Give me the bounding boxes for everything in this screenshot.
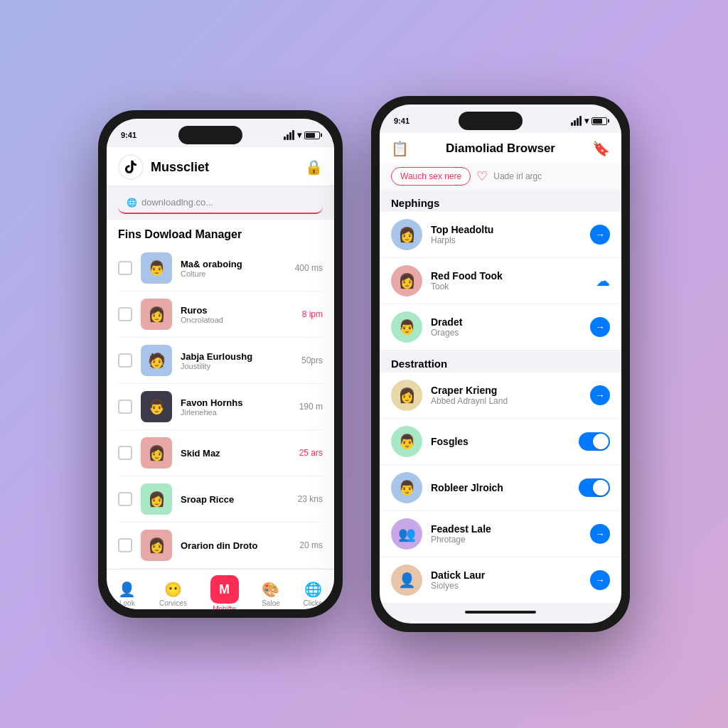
arrow-button-5[interactable]: → [590,524,610,544]
arrow-button-4[interactable]: → [590,385,610,405]
tab-mobile-label: Mobifte [213,605,236,609]
right-status-icons: ▾ [571,116,607,126]
toggle-robleer[interactable] [579,478,610,497]
item-size-7: 20 ms [299,540,323,550]
item-info-7: Orarion din Droto [181,540,291,551]
right-search-pill[interactable]: Wauch sex nere [391,167,471,186]
item-name-6: Sroap Ricce [181,494,289,505]
list-item: 👨 Dradet Orages → [380,304,621,350]
arrow-button-3[interactable]: → [590,317,610,337]
item-size-3: 50prs [301,355,323,365]
right-dynamic-island [459,112,523,130]
left-app-title: Musscliet [151,160,305,175]
item-sub-2: Oncrolatoad [181,316,294,324]
list-item: 👨 Robleer Jlroich [380,465,621,511]
tiktok-logo [118,154,144,180]
checkbox-7[interactable] [118,538,132,552]
neph-info-3: Dradet Orages [431,316,582,338]
table-row: 👩 Skid Maz 25 ars [118,430,323,476]
item-info-4: Favon Hornhs Jirlenehea [181,397,291,417]
neph-avatar-1: 👩 [391,219,422,250]
dest-avatar-1: 👩 [391,380,422,411]
nephings-list: 👩 Top Headoltu Harpls → 👩 Red Food Took … [380,212,621,350]
table-row: 👩 Sroap Ricce 23 kns [118,476,323,523]
item-size-1: 400 ms [295,263,323,273]
item-name-7: Orarion din Droto [181,540,291,551]
neph-sub-3: Orages [431,328,582,338]
globe-icon: 🌐 [127,198,137,208]
item-name-1: Ma& oraboing [181,259,287,269]
tab-corvices[interactable]: 😶 Corvices [159,581,187,607]
item-name-2: Ruros [181,305,294,316]
list-item: 👩 Top Headoltu Harpls → [380,212,621,258]
tab-saloe[interactable]: 🎨 Saloe [262,581,280,607]
tab-corvices-label: Corvices [159,599,187,607]
table-row: 👨 Ma& oraboing Colture 400 ms [118,245,323,291]
table-row: 👩 Orarion din Droto 20 ms [118,523,323,569]
checkbox-3[interactable] [118,353,132,368]
checkbox-6[interactable] [118,492,132,506]
battery-icon [304,132,320,139]
avatar-2: 👩 [141,299,172,330]
dest-avatar-2: 👨 [391,426,422,457]
right-header-title: Diamoliad Browser [446,141,555,156]
left-section-title: Fins Dowload Manager [107,220,334,245]
home-indicator [465,611,536,614]
tab-look[interactable]: 👤 Look [118,581,136,607]
left-status-bar: 9:41 ▾ [107,119,334,147]
destination-list: 👩 Craper Krieng Abbed Adraynl Land → 👨 F… [380,373,621,604]
item-size-2: 8 ipm [302,309,323,319]
dest-name-5: Datick Laur [431,569,582,581]
dest-info-3: Robleer Jlroich [431,482,570,493]
right-header-left-icon: 📋 [391,140,409,157]
item-name-3: Jabja Eurloushg [181,351,293,362]
avatar-6: 👩 [141,483,172,515]
tab-mobile[interactable]: M Mobifte [210,575,239,609]
wifi-icon: ▾ [297,130,301,140]
item-info-2: Ruros Oncrolatoad [181,305,294,324]
item-info-5: Skid Maz [181,448,291,459]
battery-icon-right [592,117,607,125]
dest-avatar-4: 👥 [391,518,422,550]
heart-icon: ♡ [476,168,488,184]
checkbox-2[interactable] [118,307,132,321]
list-item: 👩 Craper Krieng Abbed Adraynl Land → [380,373,621,419]
right-app-header: 📋 Diamoliad Browser 🔖 [380,133,621,163]
toggle-fosgles[interactable] [579,432,610,451]
avatar-4: 👨 [141,391,172,422]
neph-avatar-2: 👩 [391,265,422,296]
bottom-tab-bar: 👤 Look 😶 Corvices M Mobifte 🎨 Saloe 🌐 Cl… [107,569,334,609]
neph-name-1: Top Headoltu [431,224,582,235]
item-info-1: Ma& oraboing Colture [181,259,287,278]
destination-section-title: Destrattion [380,350,621,373]
checkbox-5[interactable] [118,446,132,460]
list-item: 👥 Feadest Lale Phrotage → [380,511,621,557]
right-header-right-icon: 🔖 [592,140,610,157]
dest-info-1: Craper Krieng Abbed Adraynl Land [431,385,582,406]
arrow-button-1[interactable]: → [590,225,610,245]
tab-look-label: Look [119,599,135,607]
checkbox-4[interactable] [118,400,132,414]
item-info-6: Sroap Ricce [181,494,289,505]
look-icon: 👤 [118,581,136,598]
right-search-row: Wauch sex nere ♡ Uade irl argc [380,163,621,190]
item-sub-1: Colture [181,269,287,278]
dest-sub-4: Phrotage [431,535,582,545]
left-dynamic-island [178,126,242,144]
checkbox-1[interactable] [118,261,132,275]
left-status-icons: ▾ [284,130,320,140]
dest-avatar-3: 👨 [391,472,422,503]
item-size-4: 190 m [299,402,323,412]
right-phone: 9:41 ▾ 📋 Diamoliad Browser 🔖 [371,96,630,632]
table-row: 👨 Favon Hornhs Jirlenehea 190 m [118,384,323,430]
avatar-5: 👩 [141,437,172,469]
tab-clicke[interactable]: 🌐 Clicke [303,581,322,607]
tab-clicke-label: Clicke [303,599,322,607]
left-search-bar[interactable]: 🌐 downloadlng.co... [118,192,323,214]
signal-icon [284,130,294,140]
list-item: 👨 Fosgles [380,419,621,465]
arrow-button-6[interactable]: → [590,570,610,590]
dest-name-1: Craper Krieng [431,385,582,396]
item-size-6: 23 kns [298,494,323,504]
table-row: 🧑 Jabja Eurloushg Joustility 50prs [118,338,323,384]
